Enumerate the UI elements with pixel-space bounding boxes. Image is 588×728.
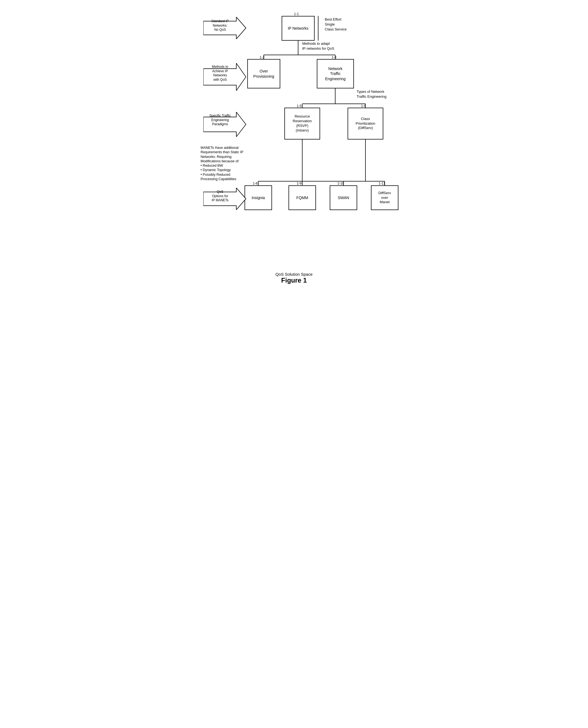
node-label-1-11: 1-11 xyxy=(379,181,385,185)
node-label-1-9: 1-9 xyxy=(297,181,301,185)
diagram: 1-1 1-2 1-3 1-5 1-6 1-8 1-9 1-10 1-11 IP… xyxy=(195,11,393,264)
caption-subtitle: QoS Solution Space xyxy=(195,272,393,277)
node-label-1-5: 1-5 xyxy=(297,104,301,108)
box-network-traffic-engineering: Network Traffic Engineering xyxy=(317,59,354,88)
label-best-effort: Best Effort Single Class Service xyxy=(325,17,346,32)
label-arrow-qos-options: QoS Options for IP MANETs xyxy=(204,190,236,203)
box-resource-reservation: Resource Reservation (RSVP) (Intserv) xyxy=(285,108,320,139)
box-insignia: Insignia xyxy=(245,185,272,210)
box-over-provisioning: Over Provisioning xyxy=(247,59,280,88)
label-arrow-specific-traffic: Specific Traffic Engineering Paradigms xyxy=(204,114,236,127)
page: 1-1 1-2 1-3 1-5 1-6 1-8 1-9 1-10 1-11 IP… xyxy=(187,5,401,295)
figure-caption: QoS Solution Space Figure 1 xyxy=(195,272,393,284)
box-fqmm: FQMM xyxy=(289,185,316,210)
label-methods-adapt: Methods to adapt IP networks for QoS xyxy=(302,41,334,51)
node-label-1-3: 1-3 xyxy=(332,56,336,59)
caption-title: Figure 1 xyxy=(195,277,393,284)
node-label-1-10: 1-10 xyxy=(337,181,344,185)
label-types-nte: Types of Network Traffic Engineering xyxy=(357,89,386,99)
box-class-prioritization: Class Prioritization (DiffServ) xyxy=(348,108,383,139)
label-manets: MANETs Have additional Requirements than… xyxy=(201,146,280,181)
node-label-1-2: 1-2 xyxy=(260,56,264,59)
box-swan: SWAN xyxy=(330,185,357,210)
box-ip-networks: IP Networks xyxy=(281,16,315,41)
node-label-1-8: 1-8 xyxy=(253,181,257,185)
node-label-1-6: 1-6 xyxy=(361,104,366,108)
label-arrow-methods-achieve: Methods to Achieve IP Networks with QoS xyxy=(204,65,236,82)
node-label-1-1: 1-1 xyxy=(294,12,299,16)
label-arrow-standard-ip: Standard IP Networks: No QoS xyxy=(204,19,236,32)
box-diffserv-manet: DiffServ over Manet xyxy=(371,185,398,210)
